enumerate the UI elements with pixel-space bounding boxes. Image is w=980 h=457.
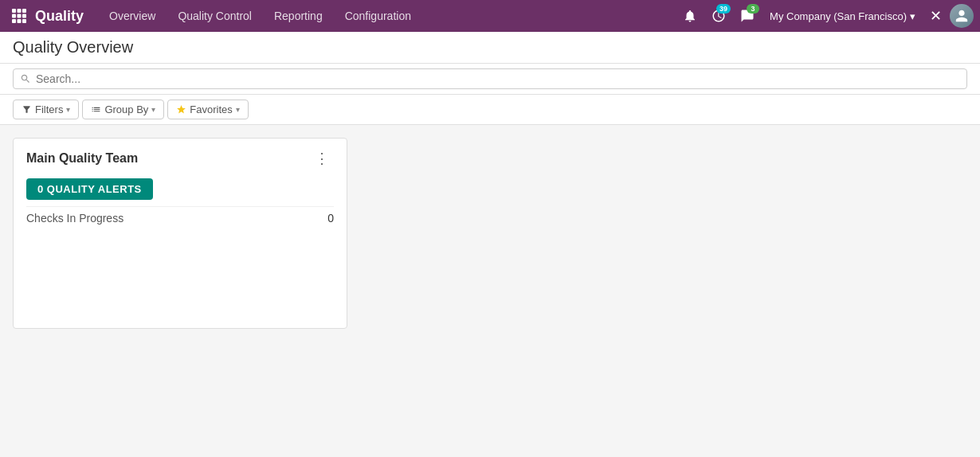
group-by-button[interactable]: Group By ▾	[82, 100, 164, 119]
user-icon	[955, 9, 969, 23]
quality-alerts-button[interactable]: 0 QUALITY ALERTS	[26, 178, 153, 200]
svg-rect-2	[22, 9, 26, 13]
svg-rect-1	[18, 9, 22, 13]
quality-team-card: Main Quality Team ⋮ 0 QUALITY ALERTS Che…	[13, 138, 347, 329]
brand-label: Quality	[35, 8, 84, 25]
svg-rect-0	[12, 9, 16, 13]
nav-overview[interactable]: Overview	[100, 5, 165, 27]
search-bar-container	[0, 64, 980, 95]
group-by-chevron: ▾	[151, 105, 155, 114]
favorites-chevron: ▾	[236, 105, 240, 114]
search-input-wrap[interactable]	[13, 68, 967, 89]
svg-rect-8	[22, 19, 26, 23]
chat-badge: 3	[747, 4, 759, 14]
group-by-icon	[91, 104, 101, 115]
checks-in-progress-label: Checks In Progress	[26, 212, 123, 225]
activity-badge: 39	[716, 4, 731, 14]
subheader: Quality Overview	[0, 32, 980, 64]
page-title: Quality Overview	[13, 38, 133, 57]
svg-rect-4	[18, 14, 22, 18]
svg-rect-7	[18, 19, 22, 23]
filters-label: Filters	[35, 104, 63, 115]
company-label: My Company (San Francisco)	[770, 10, 907, 22]
favorites-label: Favorites	[190, 104, 232, 115]
avatar-placeholder	[950, 4, 974, 28]
bell-icon	[683, 9, 697, 23]
user-avatar[interactable]	[950, 4, 974, 28]
nav-reporting[interactable]: Reporting	[265, 5, 332, 27]
filters-chevron: ▾	[66, 105, 70, 114]
card-title: Main Quality Team	[26, 151, 138, 166]
company-selector[interactable]: My Company (San Francisco) ▾	[763, 7, 922, 25]
star-icon	[176, 104, 186, 115]
main-content: Main Quality Team ⋮ 0 QUALITY ALERTS Che…	[0, 125, 980, 457]
nav-quality-control[interactable]: Quality Control	[168, 5, 261, 27]
filters-button[interactable]: Filters ▾	[13, 100, 79, 119]
close-button[interactable]: ✕	[925, 4, 947, 28]
filter-bar: Filters ▾ Group By ▾ Favorites ▾	[0, 95, 980, 124]
search-input[interactable]	[36, 72, 960, 85]
topbar-right: 39 3 My Company (San Francisco) ▾ ✕	[677, 3, 974, 29]
card-header: Main Quality Team ⋮	[26, 148, 334, 169]
svg-rect-3	[12, 14, 16, 18]
chat-button[interactable]: 3	[735, 3, 760, 29]
svg-rect-6	[12, 19, 16, 23]
svg-rect-5	[22, 14, 26, 18]
checks-in-progress-value: 0	[327, 212, 334, 225]
company-dropdown-icon: ▾	[910, 10, 915, 22]
grid-icon-svg	[12, 9, 26, 23]
card-row-checks: Checks In Progress 0	[26, 206, 334, 229]
filter-icon	[22, 104, 32, 115]
topbar: Quality Overview Quality Control Reporti…	[0, 0, 980, 32]
main-nav: Overview Quality Control Reporting Confi…	[100, 5, 677, 27]
nav-configuration[interactable]: Configuration	[335, 5, 421, 27]
group-by-label: Group By	[104, 104, 148, 115]
search-icon	[20, 73, 31, 84]
favorites-button[interactable]: Favorites ▾	[167, 100, 248, 119]
activity-button[interactable]: 39	[706, 3, 731, 29]
card-menu-button[interactable]: ⋮	[310, 148, 334, 169]
grid-menu-icon[interactable]	[6, 3, 32, 29]
notification-bell-button[interactable]	[677, 3, 703, 29]
